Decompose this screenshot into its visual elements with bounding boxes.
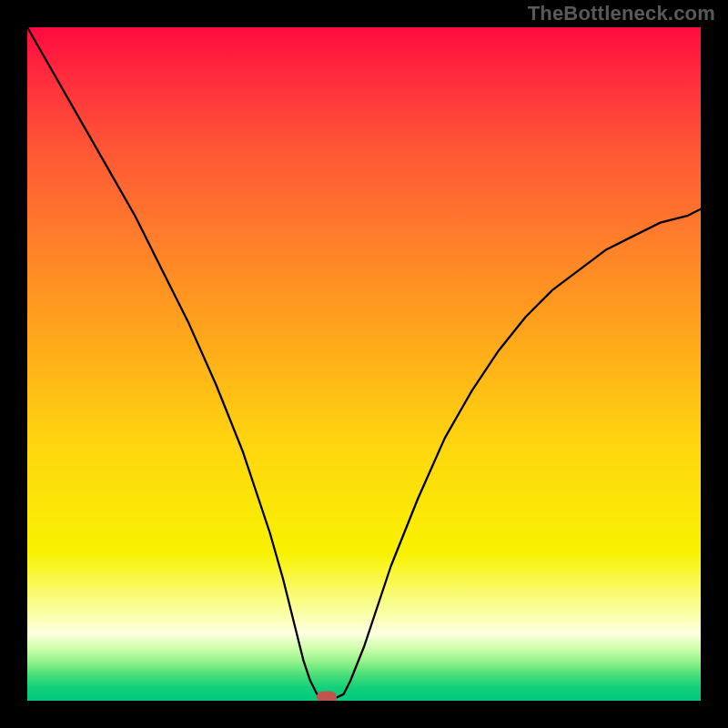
chart-frame: TheBottleneck.com (0, 0, 728, 728)
optimal-marker (317, 692, 337, 701)
bottleneck-curve (27, 27, 701, 697)
watermark-text: TheBottleneck.com (528, 2, 715, 25)
curve-svg (27, 27, 701, 701)
plot-area (27, 27, 701, 701)
